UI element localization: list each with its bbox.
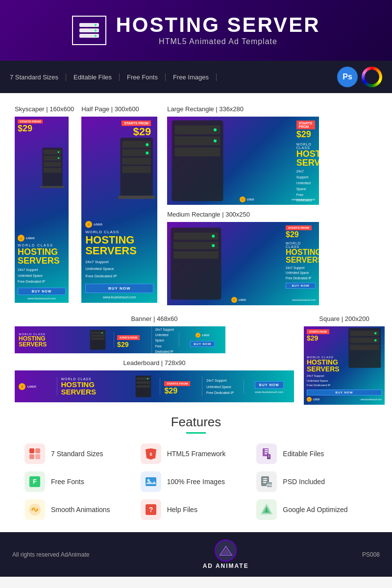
svg-text:PSD: PSD [267,484,273,487]
svg-text:?: ? [148,506,153,514]
url-half: www.businessurl.com [85,295,153,299]
photoshop-icon: Ps [337,67,358,87]
large-rect-section: Large Rectangle | 336x280 [167,105,319,205]
hosting-half: HOSTING [85,235,153,245]
header: HOSTING SERVER HTML5 Animated Ad Templat… [0,0,392,61]
svg-rect-70 [263,480,267,481]
svg-point-33 [212,244,215,247]
svg-point-38 [101,332,103,334]
nav-item-fonts[interactable]: Free Fonts [120,74,166,81]
feature-label-5: PSD Included [283,478,325,486]
psd-icon: PSD [260,475,273,488]
header-text: HOSTING SERVER HTML5 Animated Ad Templat… [116,15,320,46]
ads-top-row: Skyscaper | 160x600 [15,105,377,305]
feature-label-7: Help Files [167,506,197,514]
svg-rect-65 [146,477,156,486]
hosting-large: HOSTING [296,149,316,158]
logo-icon-leader: ☺ [19,383,25,390]
bottom-ads-left: Banner | 468x60 WORLD CLASS HOSTING SERV… [15,315,294,402]
server-img-large [167,117,228,205]
nav-bar: 7 Standard Sizes Editable Files Free Fon… [0,61,392,93]
svg-rect-24 [175,137,220,146]
starts-from-sky: Starts From [18,120,43,123]
banner-section: Banner | 468x60 WORLD CLASS HOSTING SERV… [15,315,294,353]
feature-icon-7: ? [141,499,161,520]
footer-copyright: All rights reserved AdAnimate [12,551,89,558]
svg-rect-69 [263,478,267,479]
hosting-med: HOSTING [286,248,316,256]
feature-icon-2 [256,443,277,464]
svg-rect-52 [29,454,34,459]
hosting-leader: HOSTING [61,381,123,388]
logo-text-banner: LOGO [202,334,209,337]
medium-rect-ad: Starts From $29 WORLD CLASS HOSTING SERV… [167,222,319,305]
buy-btn-leader[interactable]: BUY NOW [255,381,284,389]
svg-rect-58 [265,451,268,452]
main-content: Skyscaper | 160x600 [0,93,392,532]
url-sq: www.businessurl.com [361,398,382,401]
medium-rect-section: Medium Rectangle | 300x250 [167,211,319,305]
features-leader: 24x7 Support Unlimited Space Free Dedica… [206,378,240,396]
header-logo-box [72,16,106,45]
world-class-sky: WORLD CLASS [18,244,66,247]
feature-label-4: 100% Free Images [167,478,225,486]
skyscraper-ad: Starts From $29 ☺ LOGO WORLD CLASS HOSTI… [15,117,69,303]
buy-btn-sq[interactable]: BUY NOW [307,390,382,395]
feature-item-4: 100% Free Images [141,471,252,492]
svg-rect-53 [35,454,40,459]
free-fonts-icon: F [28,475,41,488]
feature-icon-3: F [24,471,45,492]
starts-from-large: Starts From [296,121,316,129]
feature-label-3: Free Fonts [51,478,84,486]
svg-rect-82 [266,508,267,511]
banner-ad: WORLD CLASS HOSTING SERVERS [15,326,225,353]
svg-point-5 [95,35,97,37]
skyscraper-label: Skyscaper | 160x600 [15,105,74,113]
svg-rect-57 [265,449,268,450]
buy-btn-med[interactable]: BUY NOW [286,283,316,289]
html5-icon: 5 [145,447,157,460]
features-large: 24x7 Support Unlimited Space Free Dedica… [296,169,316,205]
servers-half: SERVERS [85,245,153,256]
server-img-leader [135,374,152,399]
square-section: Square | 200x200 Starts From $29 [304,315,385,405]
buy-btn-banner[interactable]: BUY NOW [190,341,215,347]
banner-left: WORLD CLASS HOSTING SERVERS [15,330,82,350]
buy-btn-sky[interactable]: BUY NOW [18,288,66,295]
ads-top-left: Skyscaper | 160x600 [15,105,157,305]
half-page-section: Half Page | 300x600 [81,105,157,305]
feature-item-7: ? Help Files [141,499,252,520]
free-images-icon [145,475,157,488]
smooth-animations-icon [28,503,41,516]
features-sq: 24x7 Support Unlimited Space Free Dedica… [307,374,382,388]
logo-text-sq: LOGO [313,398,319,401]
google-ad-icon [260,503,273,516]
large-rect-label: Large Rectangle | 336x280 [167,105,319,113]
price-leader: $29 [164,387,198,395]
footer-logo-text: AD ANIMATE [203,563,249,569]
server-icon [77,21,101,40]
features-section: Features 7 Standard Sizes [15,415,377,520]
leaderboard-ad: ☺ LOGO WORLD CLASS HOSTING SERVERS [15,370,294,402]
features-grid: 7 Standard Sizes 5 HTML5 Framework [24,443,368,520]
nav-item-editable[interactable]: Editable Files [66,74,120,81]
starts-from-med: Starts From [286,225,312,230]
large-rect-ad: Starts From $29 WORLD CLASS HOSTING SERV… [167,117,319,205]
svg-rect-50 [29,448,34,453]
logo-text-half: LOGO [94,223,102,226]
buy-btn-half[interactable]: BUY NOW [85,284,153,293]
feature-item-6: Smooth Animations [24,499,136,520]
svg-text:F: F [33,478,37,485]
nav-item-images[interactable]: Free Images [166,74,217,81]
feature-item-1: 5 HTML5 Framework [141,443,252,464]
nav-item-sizes[interactable]: 7 Standard Sizes [10,74,66,81]
logo-icon-sq: ☺ [307,397,312,402]
server-img-banner [89,329,106,351]
features-sky: 24x7 Support Unlimited Space Free Dedica… [18,267,66,285]
hosting-banner: HOSTING [19,336,78,342]
svg-point-81 [266,511,268,513]
svg-rect-31 [173,251,218,259]
svg-point-27 [214,140,217,143]
svg-rect-37 [91,338,105,340]
price-banner: $29 [117,341,148,348]
